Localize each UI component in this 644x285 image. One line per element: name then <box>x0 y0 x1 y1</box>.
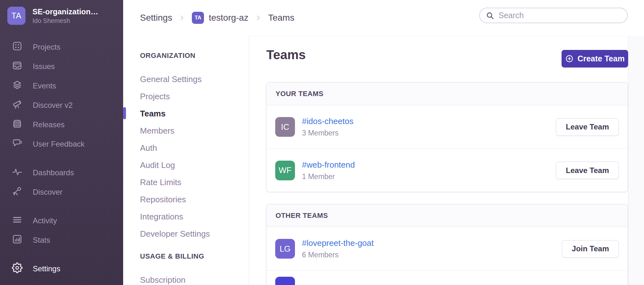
join-team-button[interactable]: Join Team <box>562 240 619 258</box>
sidebar-item-label: Discover <box>33 188 62 197</box>
settings-nav-item-subscription[interactable]: Subscription <box>140 271 249 285</box>
team-info: #idos-cheetos 3 Members <box>302 116 354 137</box>
plus-circle-icon <box>565 54 574 63</box>
sidebar-group-settings: Settings <box>0 259 123 278</box>
team-row: IC #idos-cheetos 3 Members Leave Team <box>266 105 628 149</box>
team-avatar: WF <box>275 161 295 180</box>
sidebar-item-projects[interactable]: Projects <box>0 37 123 57</box>
settings-nav-item-integrations[interactable]: Integrations <box>140 208 249 225</box>
sidebar-item-label: Projects <box>33 43 60 52</box>
settings-nav-header: USAGE & BILLING <box>140 248 249 265</box>
sidebar-item-label: Dashboards <box>33 168 74 177</box>
team-avatar <box>275 277 295 285</box>
content-right-gutter <box>628 36 644 285</box>
breadcrumb-settings[interactable]: Settings <box>140 13 172 23</box>
org-user-name: Ido Shemesh <box>32 17 98 25</box>
breadcrumb-org[interactable]: TA testorg-az <box>192 12 248 24</box>
sidebar-nav: Projects Issues Events Discover v2 Relea… <box>0 37 123 278</box>
sidebar-item-label: Issues <box>33 62 55 71</box>
sidebar-item-label: Stats <box>33 236 50 245</box>
breadcrumb-teams[interactable]: Teams <box>268 13 294 23</box>
settings-nav-item-developer-settings[interactable]: Developer Settings <box>140 225 249 242</box>
sidebar-group-activity: Activity Stats <box>0 211 123 250</box>
team-name-link[interactable]: #web-frontend <box>302 160 355 170</box>
team-name-link[interactable]: #lovepreet-the-goat <box>302 238 374 248</box>
your-teams-panel: YOUR TEAMS IC #idos-cheetos 3 Members Le… <box>266 82 628 192</box>
sidebar-item-label: Discover v2 <box>33 101 73 110</box>
sidebar-item-label: Events <box>33 81 56 90</box>
issues-icon <box>12 60 23 73</box>
sidebar-item-events[interactable]: Events <box>0 76 123 95</box>
sidebar-item-stats[interactable]: Stats <box>0 230 123 250</box>
search-icon <box>486 11 494 20</box>
team-member-count: 3 Members <box>302 129 354 137</box>
settings-nav-item-auth[interactable]: Auth <box>140 139 249 156</box>
org-badge: TA <box>192 12 204 24</box>
other-teams-panel: OTHER TEAMS LG #lovepreet-the-goat 6 Mem… <box>266 204 628 285</box>
create-team-label: Create Team <box>578 54 625 63</box>
team-avatar: LG <box>275 239 295 259</box>
settings-nav-item-audit-log[interactable]: Audit Log <box>140 156 249 174</box>
page-title: Teams <box>266 48 306 62</box>
settings-nav: ORGANIZATION General Settings Projects T… <box>123 36 249 285</box>
breadcrumb-org-label: testorg-az <box>209 13 248 23</box>
settings-nav-item-teams[interactable]: Teams <box>140 105 249 122</box>
app-window: TA SE-organization… Ido Shemesh Projects… <box>0 0 644 285</box>
settings-nav-item-projects[interactable]: Projects <box>140 88 249 105</box>
org-switcher[interactable]: TA SE-organization… Ido Shemesh <box>0 0 123 25</box>
search-input[interactable] <box>498 10 622 20</box>
sidebar-item-label: User Feedback <box>33 140 85 149</box>
discover-icon <box>12 186 23 198</box>
settings-nav-item-general-settings[interactable]: General Settings <box>140 71 249 88</box>
sidebar-item-label: Activity <box>33 216 57 225</box>
create-team-button[interactable]: Create Team <box>562 50 628 67</box>
sidebar-item-label: Settings <box>33 264 60 273</box>
team-member-count: 1 Member <box>302 172 355 181</box>
sidebar-group-main: Projects Issues Events Discover v2 Relea… <box>0 37 123 154</box>
discover-v2-icon <box>12 99 23 112</box>
sidebar-item-discover-v2[interactable]: Discover v2 <box>0 95 123 115</box>
releases-icon <box>12 118 23 131</box>
settings-nav-header: ORGANIZATION <box>140 47 249 64</box>
settings-nav-item-members[interactable]: Members <box>140 122 249 139</box>
settings-nav-group-usage-billing: USAGE & BILLING Subscription <box>123 248 249 285</box>
main-sidebar: TA SE-organization… Ido Shemesh Projects… <box>0 0 123 285</box>
sidebar-item-issues[interactable]: Issues <box>0 57 123 76</box>
activity-icon <box>12 214 23 227</box>
topbar: Settings TA testorg-az Teams <box>123 0 644 36</box>
settings-nav-item-rate-limits[interactable]: Rate Limits <box>140 174 249 191</box>
org-name: SE-organization… <box>32 7 98 17</box>
leave-team-button[interactable]: Leave Team <box>556 118 619 136</box>
panel-header-other-teams: OTHER TEAMS <box>266 204 628 227</box>
projects-icon <box>12 41 23 53</box>
team-row: LG #lovepreet-the-goat 6 Members Join Te… <box>266 227 628 270</box>
chevron-right-icon <box>178 14 186 22</box>
events-icon <box>12 80 23 92</box>
user-feedback-icon <box>12 138 23 150</box>
sidebar-item-activity[interactable]: Activity <box>0 211 123 230</box>
search-box <box>479 8 628 23</box>
sidebar-item-discover[interactable]: Discover <box>0 182 123 202</box>
team-name-link[interactable]: #idos-cheetos <box>302 116 354 126</box>
stats-icon <box>12 234 23 247</box>
sidebar-item-releases[interactable]: Releases <box>0 115 123 134</box>
team-info: #lovepreet-the-goat 6 Members <box>302 238 374 259</box>
settings-nav-group-organization: ORGANIZATION General Settings Projects T… <box>123 47 249 242</box>
team-row: WF #web-frontend 1 Member Leave Team <box>266 149 628 192</box>
settings-nav-item-repositories[interactable]: Repositories <box>140 191 249 208</box>
sidebar-item-user-feedback[interactable]: User Feedback <box>0 134 123 154</box>
leave-team-button[interactable]: Leave Team <box>556 162 619 179</box>
sidebar-item-label: Releases <box>33 120 65 129</box>
team-row-partial <box>266 270 628 285</box>
sidebar-item-settings[interactable]: Settings <box>0 259 123 278</box>
org-avatar: TA <box>7 7 25 25</box>
team-avatar: IC <box>275 117 295 137</box>
active-nav-indicator <box>123 107 126 119</box>
panel-header-your-teams: YOUR TEAMS <box>266 82 628 105</box>
chevron-right-icon <box>255 14 262 22</box>
org-meta: SE-organization… Ido Shemesh <box>32 7 98 25</box>
breadcrumb: Settings TA testorg-az Teams <box>140 0 294 36</box>
sidebar-item-dashboards[interactable]: Dashboards <box>0 163 123 182</box>
dashboards-icon <box>12 166 23 179</box>
team-member-count: 6 Members <box>302 251 374 259</box>
